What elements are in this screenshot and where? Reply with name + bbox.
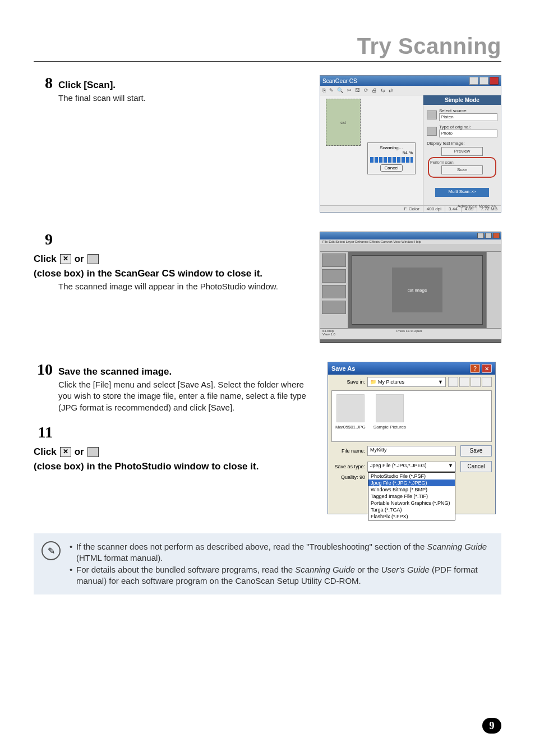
step-9-suffix: (close box) in the ScanGear CS window to…	[34, 268, 262, 280]
photostudio-tools-panel[interactable]	[486, 252, 501, 328]
note-line-2: For details about the bundled software p…	[70, 564, 490, 587]
file-type-option[interactable]: Portable Network Graphics (*.PNG)	[368, 500, 455, 506]
file-type-option[interactable]: Targa (*.TGA)	[368, 506, 455, 513]
step-10-number: 10	[34, 362, 53, 377]
type-of-original-dropdown[interactable]: Photo	[439, 130, 497, 137]
step-9-number: 9	[34, 232, 53, 247]
save-as-type-dropdown[interactable]: Jpeg File (*.JPG,*.JPEG)▼ PhotoStudio Fi…	[367, 462, 456, 472]
note-line-1: If the scanner does not perform as descr…	[70, 541, 490, 564]
thumbnail[interactable]	[322, 253, 346, 267]
select-source-dropdown[interactable]: Platen	[439, 113, 497, 121]
close-icon[interactable]	[490, 77, 499, 85]
file-type-option[interactable]: Tagged Image File (*.TIF)	[368, 493, 455, 500]
page-footer: 9	[482, 718, 501, 734]
preview-thumbnail: cat	[326, 99, 361, 146]
maximize-icon[interactable]	[479, 77, 488, 85]
file-type-option[interactable]: FlashPix (*.FPX)	[368, 513, 455, 520]
quality-label: Quality: 90	[331, 474, 365, 480]
photostudio-canvas[interactable]: cat image	[348, 252, 486, 328]
step-9-prefix: Click	[34, 253, 57, 265]
step-10-11: 10 Save the scanned image. Click the [Fi…	[34, 362, 501, 514]
file-list[interactable]: Mar05$01.JPG Sample Pictures	[331, 390, 492, 442]
step-11-title: Click or (close box) in the PhotoStudio …	[34, 446, 320, 473]
file-type-option[interactable]: PhotoStudio File (*.PSF)	[368, 473, 455, 480]
cancel-button[interactable]: Cancel	[380, 164, 403, 172]
save-as-type-label: Save as type:	[331, 464, 365, 469]
scan-button[interactable]: Scan	[441, 165, 483, 174]
step-10-subtext: Click the [File] menu and select [Save A…	[58, 379, 320, 413]
maximize-icon[interactable]	[485, 233, 492, 238]
thumbnail[interactable]	[322, 285, 346, 298]
note-icon: ✎	[41, 541, 61, 560]
close-icon[interactable]: ✕	[482, 364, 492, 373]
minimize-icon[interactable]	[469, 77, 478, 85]
source-icon	[427, 110, 437, 119]
step-8-title: Click [Scan].	[58, 79, 116, 91]
save-as-dialog[interactable]: Save As ? ✕ Save in: 📁 My Pictures▼	[328, 362, 496, 514]
type-of-original-label: Type of original:	[439, 125, 497, 130]
thumbnail[interactable]	[322, 269, 346, 283]
save-as-titlebar: Save As ? ✕	[328, 362, 495, 375]
status-hint: Press F1 to open	[396, 329, 422, 333]
status-view: View 1.0	[322, 333, 499, 336]
photostudio-window[interactable]: File Edit Select Layer Enhance Effects C…	[320, 232, 501, 343]
cancel-button[interactable]: Cancel	[460, 461, 492, 472]
step-8: 8 Click [Scan]. The final scan will star…	[34, 75, 501, 213]
views-icon[interactable]	[482, 377, 492, 387]
perform-scan-label: Perform scan:	[430, 160, 494, 164]
file-item[interactable]: Mar05$01.JPG	[335, 394, 366, 438]
thumbnail[interactable]	[322, 301, 346, 314]
up-icon[interactable]	[459, 377, 469, 387]
file-item[interactable]: Sample Pictures	[373, 394, 406, 438]
photostudio-toolbar[interactable]	[320, 244, 501, 252]
progress-title: Scanning…	[370, 145, 413, 150]
photostudio-thumbnail-panel[interactable]	[320, 252, 348, 328]
file-name-input[interactable]: MyKitty	[367, 446, 456, 456]
save-button[interactable]: Save	[460, 445, 492, 457]
minimize-icon[interactable]	[477, 233, 484, 238]
help-icon[interactable]: ?	[470, 364, 480, 373]
page-number: 9	[482, 718, 501, 734]
step-9-title: Click or (close box) in the ScanGear CS …	[34, 253, 312, 280]
file-name-label: File name:	[331, 448, 365, 454]
progress-bar	[370, 157, 413, 163]
file-thumbnail	[336, 394, 365, 422]
folder-thumbnail	[376, 394, 404, 422]
close-icon[interactable]	[493, 233, 500, 238]
new-folder-icon[interactable]	[471, 377, 481, 387]
progress-percent: 54 %	[370, 150, 413, 155]
select-source-label: Select source:	[439, 108, 497, 113]
back-icon[interactable]	[448, 377, 458, 387]
scangear-titlebar: ScanGear CS	[320, 76, 501, 86]
save-in-dropdown[interactable]: 📁 My Pictures▼	[367, 377, 446, 387]
scangear-window[interactable]: ScanGear CS ⎘ ✎ 🔍 ✂ 🖫 ⟳ 🖨 ⇆ ⇄ cat Scanni…	[320, 75, 501, 213]
simple-mode-tab[interactable]: Simple Mode	[423, 95, 501, 105]
multi-scan-button[interactable]: Multi Scan >>	[435, 188, 489, 197]
step-11-prefix: Click	[34, 446, 57, 458]
preview-button[interactable]: Preview	[441, 147, 483, 156]
note-box: ✎ If the scanner does not perform as des…	[34, 533, 501, 594]
save-in-label: Save in:	[331, 379, 365, 385]
file-type-options[interactable]: PhotoStudio File (*.PSF) Jpeg File (*.JP…	[368, 472, 455, 520]
advanced-mode-link[interactable]: Advanced Mode >>	[423, 202, 501, 210]
file-type-option[interactable]: Jpeg File (*.JPG,*.JPEG)	[368, 480, 455, 486]
step-9-mid: or	[75, 253, 84, 265]
photostudio-menu[interactable]: File Edit Select Layer Enhance Effects C…	[320, 239, 501, 244]
file-type-option[interactable]: Windows Bitmap (*.BMP)	[368, 486, 455, 493]
close-x-icon	[60, 254, 71, 264]
photostudio-status-bar: 64.bmp Press F1 to open View 1.0	[320, 328, 501, 339]
step-9: 9 Click or (close box) in the ScanGear C…	[34, 232, 501, 343]
scan-progress-dialog: Scanning… 54 % Cancel	[367, 142, 416, 174]
step-11-number: 11	[34, 425, 53, 440]
scangear-toolbar[interactable]: ⎘ ✎ 🔍 ✂ 🖫 ⟳ 🖨 ⇆ ⇄	[320, 86, 501, 95]
original-type-icon	[427, 127, 437, 136]
title-rule	[34, 61, 501, 62]
section-title: Try Scanning	[34, 34, 501, 59]
scangear-title: ScanGear CS	[322, 78, 468, 84]
step-11-mid: or	[75, 446, 84, 458]
photostudio-titlebar	[320, 232, 501, 239]
step-9-subtext: The scanned image will appear in the Pho…	[58, 281, 312, 292]
display-test-image-label: Display test image:	[427, 141, 497, 146]
file-label: Mar05$01.JPG	[335, 425, 366, 430]
scanned-image: cat image	[392, 268, 442, 312]
